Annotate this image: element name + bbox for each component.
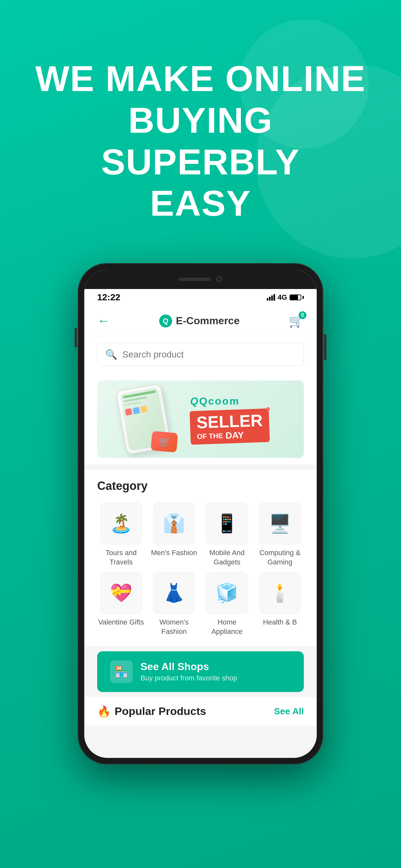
battery-icon: [289, 294, 304, 300]
cart-badge: 0: [299, 311, 306, 319]
category-item-home[interactable]: 🧊 HomeAppliance: [203, 572, 251, 636]
category-label-mobile: Mobile AndGadgets: [210, 548, 245, 567]
category-icon-health: 🕯️: [259, 572, 301, 614]
search-container: 🔍: [84, 336, 317, 374]
status-time: 12:22: [97, 292, 120, 303]
notch-cutout: [158, 271, 243, 287]
popular-title: 🔥 Popular Products: [97, 705, 206, 718]
app-content: ← Q E-Commerce 🛒 0 🔍: [84, 306, 317, 758]
see-all-shops-button[interactable]: 🏪 See All Shops Buy product from favorit…: [97, 651, 304, 692]
category-section: Category 🏝️ Tours andTravels 👔 Men's Fas…: [84, 469, 317, 646]
signal-bars-icon: [267, 294, 275, 301]
app-header: ← Q E-Commerce 🛒 0: [84, 306, 317, 336]
banner-cart-illustration: 🛒: [151, 431, 178, 453]
phone-notch: [84, 270, 317, 289]
network-type: 4G: [278, 293, 287, 302]
category-label-tours: Tours andTravels: [105, 548, 137, 567]
phone-inner: 12:22 4G: [84, 270, 317, 758]
popular-see-all-button[interactable]: See All: [274, 706, 304, 717]
app-title: E-Commerce: [176, 315, 240, 327]
status-bar: 12:22 4G: [84, 289, 317, 306]
shops-text: See All Shops Buy product from favorite …: [141, 661, 237, 682]
search-icon: 🔍: [105, 349, 117, 360]
banner-right-text: QQcoom SELLER OF THE OF THE DAY DAY: [190, 389, 304, 450]
category-item-valentine[interactable]: 💝 Valentine Gifts: [97, 572, 145, 636]
category-item-tours[interactable]: 🏝️ Tours andTravels: [97, 502, 145, 567]
category-label-home: HomeAppliance: [212, 618, 243, 636]
category-icon-valentine: 💝: [100, 572, 142, 614]
shops-icon: 🏪: [110, 660, 133, 683]
speaker-grille: [179, 278, 211, 281]
category-item-health[interactable]: 🕯️ Health & B: [256, 572, 304, 636]
category-title: Category: [97, 479, 304, 493]
category-icon-mens: 👔: [153, 502, 195, 545]
search-bar[interactable]: 🔍: [97, 343, 304, 366]
banner-section: 🛒 QQcoom SELLER OF THE OF THE DAY: [84, 374, 317, 464]
popular-products-header: 🔥 Popular Products See All: [84, 697, 317, 725]
shops-subtitle: Buy product from favorite shop: [141, 674, 237, 682]
phone-mockup: 12:22 4G: [0, 263, 401, 764]
category-label-mens: Men's Fashion: [151, 548, 197, 558]
category-item-mens[interactable]: 👔 Men's Fashion: [150, 502, 198, 567]
category-icon-computing: 🖥️: [259, 502, 301, 545]
shops-title: See All Shops: [141, 661, 237, 673]
category-label-health: Health & B: [263, 618, 297, 627]
front-camera: [216, 276, 222, 282]
category-grid: 🏝️ Tours andTravels 👔 Men's Fashion 📱 Mo…: [97, 502, 304, 636]
category-icon-home: 🧊: [206, 572, 248, 614]
promo-banner[interactable]: 🛒 QQcoom SELLER OF THE OF THE DAY: [97, 380, 304, 458]
banner-brand: QQcoom: [190, 395, 240, 407]
category-item-womens[interactable]: 👗 Women'sFashion: [150, 572, 198, 636]
hero-title: WE MAKE ONLINE BUYING SUPERBLY EASY: [26, 58, 375, 224]
cart-button[interactable]: 🛒 0: [289, 314, 304, 328]
back-button[interactable]: ←: [97, 314, 110, 328]
category-icon-womens: 👗: [153, 572, 195, 614]
banner-seller-of-day: SELLER OF THE OF THE DAY DAY: [189, 408, 270, 444]
category-label-computing: Computing &Gaming: [259, 548, 300, 567]
category-icon-tours: 🏝️: [100, 502, 142, 545]
category-item-computing[interactable]: 🖥️ Computing &Gaming: [256, 502, 304, 567]
fire-icon: 🔥: [97, 705, 111, 718]
status-icons: 4G: [267, 293, 304, 302]
category-label-valentine: Valentine Gifts: [98, 618, 144, 627]
app-logo: Q E-Commerce: [159, 314, 240, 328]
banner-left-visual: 🛒: [97, 380, 190, 458]
search-input[interactable]: [122, 349, 296, 360]
category-label-womens: Women'sFashion: [159, 618, 189, 636]
category-icon-mobile: 📱: [206, 502, 248, 545]
category-item-mobile[interactable]: 📱 Mobile AndGadgets: [203, 502, 251, 567]
logo-icon: Q: [159, 314, 172, 328]
phone-outer-frame: 12:22 4G: [78, 263, 323, 764]
hero-section: WE MAKE ONLINE BUYING SUPERBLY EASY: [0, 0, 401, 244]
